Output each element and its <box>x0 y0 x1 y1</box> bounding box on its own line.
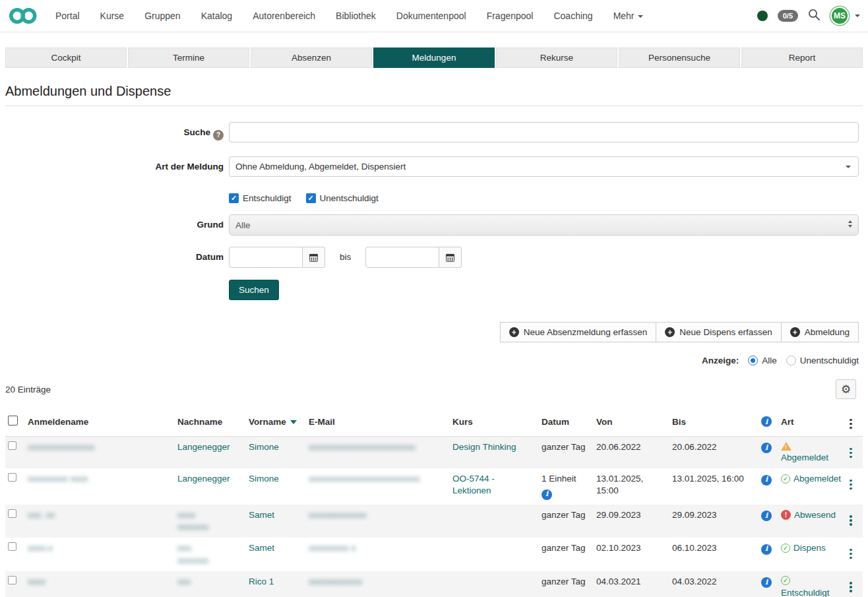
suchen-button[interactable]: Suchen <box>229 280 279 300</box>
nav-item-kurse[interactable]: Kurse <box>100 11 125 21</box>
help-icon[interactable]: ? <box>213 130 224 141</box>
user-menu-chevron-icon[interactable] <box>855 15 860 17</box>
info-icon[interactable]: i <box>761 416 772 427</box>
col-vorname-label: Vorname <box>249 417 286 427</box>
art-status-link[interactable]: Entschuldigt <box>781 587 830 597</box>
row-checkbox[interactable] <box>8 509 16 518</box>
plus-icon: + <box>790 327 800 337</box>
neue-dispens-button[interactable]: + Neue Dispens erfassen <box>656 322 781 342</box>
meldung-type-select[interactable]: Ohne Abmeldung, Abgemeldet, Dispensiert <box>229 156 859 177</box>
bis-cell: 04.03.2022 <box>669 571 759 597</box>
kurs-link[interactable]: Design Thinking <box>452 442 516 452</box>
von-cell: 13.01.2025, 15:00 <box>594 468 669 505</box>
row-kebab-menu-icon[interactable] <box>847 581 855 594</box>
row-checkbox[interactable] <box>8 473 16 482</box>
art-status-link[interactable]: Abgemeldet <box>781 452 828 464</box>
datum-cell: 1 Einheit i <box>539 468 594 505</box>
nav-item-bibliothek[interactable]: Bibliothek <box>336 11 376 21</box>
user-avatar[interactable]: MS <box>830 7 849 25</box>
anzeige-label: Anzeige: <box>702 356 739 365</box>
nav-item-katalog[interactable]: Katalog <box>201 11 232 21</box>
radio-unentschuldigt[interactable]: Unentschuldigt <box>786 356 859 365</box>
checkbox-unentschuldigt-label: Unentschuldigt <box>320 193 379 203</box>
col-art[interactable]: Art <box>778 407 844 437</box>
table-row: xxxxxxxxxxxxxxx Langenegger Simone xxxxx… <box>5 437 863 469</box>
tab-absenzen[interactable]: Absenzen <box>251 47 372 68</box>
tab-cockpit[interactable]: Cockpit <box>5 47 127 68</box>
nav-item-mehr[interactable]: Mehr <box>613 11 643 21</box>
art-status-link[interactable]: Dispens <box>793 542 826 554</box>
vorname-link[interactable]: Rico 1 <box>249 577 274 586</box>
col-anmeldename[interactable]: Anmeldename <box>25 407 175 437</box>
date-from-input[interactable] <box>229 247 303 268</box>
table-meta-row: 20 Einträge ⚙ <box>5 379 863 399</box>
display-filter-row: Anzeige: Alle Unentschuldigt <box>5 356 859 365</box>
row-kebab-menu-icon[interactable] <box>847 514 855 527</box>
row-kebab-menu-icon[interactable] <box>847 548 855 561</box>
table-settings-button[interactable]: ⚙ <box>836 379 856 399</box>
anmeldename-redacted: xxxx.x <box>28 543 53 553</box>
row-kebab-menu-icon[interactable] <box>847 447 855 460</box>
anmeldename-redacted: xxxxxxxxxxxxxxx <box>28 442 94 452</box>
nav-item-fragenpool[interactable]: Fragenpool <box>487 11 534 21</box>
date-to-input[interactable] <box>365 247 439 268</box>
nachname-link[interactable]: Langenegger <box>177 442 230 452</box>
vorname-link[interactable]: Samet <box>249 510 274 520</box>
nav-item-autorenbereich[interactable]: Autorenbereich <box>253 11 315 21</box>
date-from-calendar-button[interactable] <box>303 247 325 268</box>
vorname-link[interactable]: Simone <box>249 474 279 484</box>
art-status-link[interactable]: Abgemeldet <box>793 473 841 485</box>
col-von[interactable]: Von <box>594 407 669 437</box>
select-all-checkbox[interactable] <box>8 416 18 425</box>
notification-count-badge[interactable]: 0/5 <box>778 10 798 22</box>
checkbox-entschuldigt[interactable]: ✓ Entschuldigt <box>229 193 292 203</box>
info-icon[interactable]: i <box>761 577 772 588</box>
search-input[interactable] <box>229 122 859 142</box>
search-form-row: Suche? <box>5 122 863 142</box>
tab-personensuche[interactable]: Personensuche <box>619 47 740 68</box>
col-nachname[interactable]: Nachname <box>175 407 246 437</box>
neue-dispens-label: Neue Dispens erfassen <box>679 327 772 337</box>
tab-report[interactable]: Report <box>741 47 863 68</box>
row-checkbox[interactable] <box>8 441 16 450</box>
grund-select[interactable]: Alle <box>229 214 859 236</box>
art-status-link[interactable]: Abwesend <box>794 509 836 521</box>
col-kurs[interactable]: Kurs <box>450 407 539 437</box>
vorname-link[interactable]: Simone <box>249 442 279 452</box>
header-kebab-menu-icon[interactable] <box>847 418 855 431</box>
tab-termine[interactable]: Termine <box>128 47 249 68</box>
checkbox-unentschuldigt[interactable]: ✓ Unentschuldigt <box>306 193 379 203</box>
presence-status-icon <box>757 11 768 21</box>
date-to-calendar-button[interactable] <box>439 247 462 268</box>
col-datum[interactable]: Datum <box>539 407 594 437</box>
nachname-redacted: xxxx <box>177 509 243 521</box>
search-icon[interactable] <box>808 9 821 24</box>
abmeldung-button[interactable]: + Abmeldung <box>781 322 859 342</box>
radio-alle[interactable]: Alle <box>748 356 777 365</box>
table-header-row: Anmeldename Nachname Vorname E-Mail Kurs… <box>5 407 863 437</box>
neue-absenzmeldung-button[interactable]: + Neue Absenzmeldung erfassen <box>500 322 657 342</box>
info-icon[interactable]: i <box>761 475 772 486</box>
openolat-logo-icon[interactable] <box>8 6 38 26</box>
row-kebab-menu-icon[interactable] <box>847 478 855 491</box>
info-icon[interactable]: i <box>761 511 772 521</box>
row-checkbox[interactable] <box>8 576 16 584</box>
nav-item-coaching[interactable]: Coaching <box>553 11 592 21</box>
row-checkbox[interactable] <box>8 542 16 551</box>
info-icon[interactable]: i <box>761 544 772 555</box>
col-email[interactable]: E-Mail <box>306 407 450 437</box>
col-bis[interactable]: Bis <box>669 407 759 437</box>
nav-item-dokumentenpool[interactable]: Dokumentenpool <box>396 11 466 21</box>
search-label: Suche? <box>5 122 229 141</box>
col-vorname[interactable]: Vorname <box>246 407 306 437</box>
nav-item-gruppen[interactable]: Gruppen <box>144 11 180 21</box>
vorname-link[interactable]: Samet <box>249 543 274 553</box>
kurs-link[interactable]: OO-5744 - Lektionen <box>452 473 526 497</box>
tab-meldungen[interactable]: Meldungen <box>373 47 495 68</box>
email-redacted: xxxxxxxxxxxxxxxxxxxxxxxx <box>309 442 416 452</box>
info-icon[interactable]: i <box>761 443 772 453</box>
tab-rekurse[interactable]: Rekurse <box>496 47 617 68</box>
nav-item-portal[interactable]: Portal <box>55 11 80 21</box>
nachname-link[interactable]: Langenegger <box>177 474 230 484</box>
info-icon[interactable]: i <box>542 489 552 500</box>
